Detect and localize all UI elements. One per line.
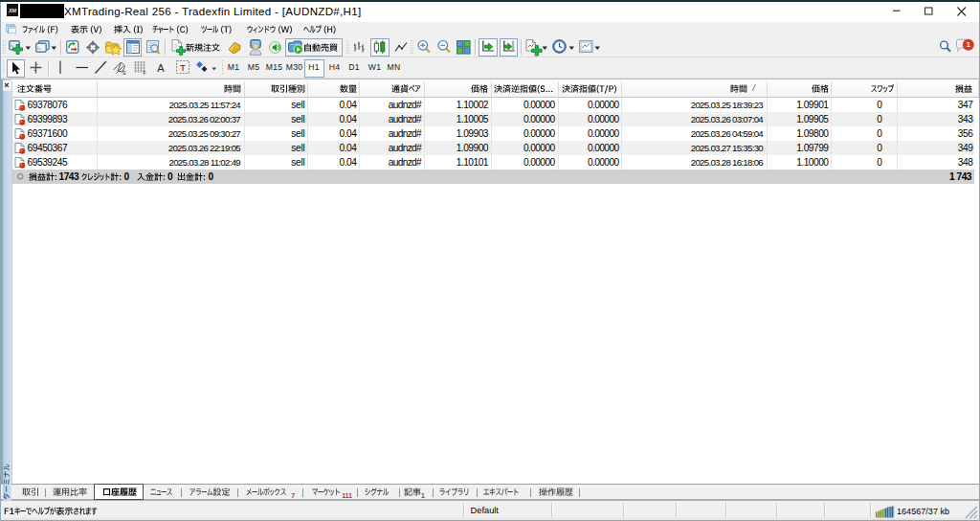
svg-text:XM: XM [8, 8, 17, 13]
svg-text:T: T [180, 62, 186, 73]
svg-text:1: 1 [967, 40, 970, 49]
svg-text:E: E [123, 70, 127, 76]
svg-text:F: F [144, 70, 146, 75]
svg-text:A: A [157, 62, 165, 74]
